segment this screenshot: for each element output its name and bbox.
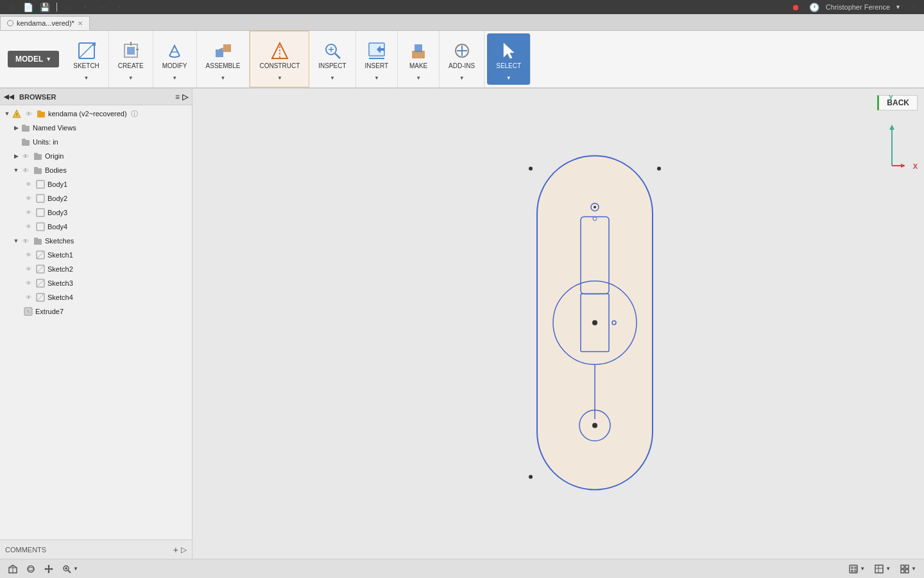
- tree-label-units: Units: in: [33, 138, 58, 146]
- browser-settings-icon[interactable]: ≡: [175, 92, 180, 101]
- tree-item-bodies[interactable]: ▼ 👁 Bodies: [0, 163, 192, 177]
- tree-item-sketch2[interactable]: 👁 Sketch2: [0, 262, 192, 276]
- tree-item-body1[interactable]: 👁 Body1: [0, 177, 192, 191]
- view-cube-btn[interactable]: [5, 563, 21, 575]
- zoom-dropdown[interactable]: ▼: [73, 566, 78, 572]
- comments-label: COMMENTS: [5, 546, 46, 554]
- make-button[interactable]: MAKE: [403, 38, 434, 73]
- tree-folder-root: [36, 109, 46, 119]
- make-section-label: ▼: [416, 75, 421, 81]
- tree-item-origin[interactable]: ▶ 👁 Origin: [0, 149, 192, 163]
- svg-rect-30: [37, 112, 45, 118]
- tree-item-root[interactable]: ▼ ! 👁 kendama (v2~recovered) ⓘ: [0, 107, 192, 121]
- tree-item-extrude7[interactable]: ▶ Extrude7: [0, 304, 192, 319]
- add-comment-btn[interactable]: +: [173, 545, 178, 555]
- tree-item-units[interactable]: ▶ Units: in: [0, 135, 192, 149]
- select-button[interactable]: SELECT: [492, 38, 525, 73]
- insert-label: INSERT: [365, 62, 389, 70]
- svg-rect-43: [37, 223, 44, 231]
- modify-dropdown-arrow: ▼: [172, 75, 177, 81]
- grid-icon: [874, 564, 884, 574]
- panel-toggle-btn[interactable]: ▷: [181, 545, 187, 554]
- browser-expand-icon[interactable]: ▷: [182, 92, 188, 101]
- svg-marker-72: [889, 125, 894, 130]
- svg-point-57: [529, 167, 533, 171]
- display-dropdown[interactable]: ▼: [860, 566, 865, 572]
- save-icon[interactable]: 💾: [38, 1, 51, 13]
- user-label[interactable]: Christopher Ference: [826, 3, 890, 11]
- tree-info-root[interactable]: ⓘ: [130, 109, 140, 119]
- undo-dropdown-icon[interactable]: ▼: [79, 1, 92, 13]
- main-content: ◀◀ BROWSER ≡ ▷ ▼ ! 👁 kendama (v2~recover…: [0, 89, 924, 559]
- tree-item-sketches[interactable]: ▼ 👁 Sketches: [0, 234, 192, 248]
- redo-dropdown-icon[interactable]: ▼: [112, 1, 125, 13]
- construct-button[interactable]: CONSTRUCT: [255, 38, 304, 73]
- user-dropdown-icon[interactable]: ▼: [895, 4, 901, 10]
- model-button[interactable]: MODEL ▼: [8, 51, 59, 67]
- select-section-label: ▼: [506, 75, 511, 81]
- display-mode-btn[interactable]: ▼: [846, 563, 868, 575]
- record-icon[interactable]: ⏺: [790, 1, 803, 13]
- create-label: CREATE: [118, 62, 144, 70]
- grid-btn[interactable]: ▼: [871, 563, 893, 575]
- browser-collapse-icon[interactable]: ◀◀: [4, 93, 14, 100]
- undo-icon[interactable]: ↩: [62, 1, 75, 13]
- sketch-label: SKETCH: [73, 62, 99, 70]
- history-icon[interactable]: 🕐: [808, 1, 821, 13]
- tree-item-sketch3[interactable]: 👁 Sketch3: [0, 276, 192, 290]
- sketch-section-label: ▼: [84, 75, 89, 81]
- tree-item-body4[interactable]: 👁 Body4: [0, 220, 192, 234]
- svg-rect-95: [901, 565, 904, 568]
- sketch-svg: [524, 143, 665, 503]
- tree-label-sketch4: Sketch4: [47, 293, 73, 301]
- help-icon[interactable]: ?: [906, 1, 919, 13]
- insert-button[interactable]: INSERT: [361, 38, 393, 73]
- redo-icon[interactable]: ↪: [96, 1, 108, 13]
- viewport[interactable]: BACK Y X: [193, 89, 924, 559]
- ribbon-select-section: SELECT ▼: [487, 33, 531, 85]
- zoom-btn[interactable]: ▼: [59, 563, 81, 575]
- tree-label-sketches: Sketches: [45, 237, 74, 245]
- make-dropdown-arrow: ▼: [416, 75, 421, 81]
- modify-button[interactable]: MODIFY: [158, 38, 191, 73]
- svg-rect-9: [223, 44, 231, 52]
- tab-close-icon[interactable]: ✕: [78, 20, 83, 27]
- viewport-dropdown[interactable]: ▼: [911, 566, 916, 572]
- orbit-btn[interactable]: [23, 563, 38, 575]
- tree-folder-named-views: [21, 123, 31, 133]
- tree-item-sketch1[interactable]: 👁 Sketch1: [0, 248, 192, 262]
- tree-item-named-views[interactable]: ▶ Named Views: [0, 121, 192, 135]
- viewport-mode-btn[interactable]: ▼: [897, 563, 919, 575]
- sketch-button[interactable]: SKETCH: [69, 38, 103, 73]
- ribbon: MODEL ▼ SKETCH ▼ CREATE ▼: [0, 31, 924, 89]
- tree-item-body2[interactable]: 👁 Body2: [0, 191, 192, 206]
- svg-rect-39: [34, 167, 38, 169]
- status-bar: ▼ ▼ ▼: [0, 559, 924, 578]
- svg-rect-45: [34, 238, 38, 240]
- svg-point-70: [592, 423, 597, 428]
- tree-label-body3: Body3: [47, 209, 67, 216]
- inspect-button[interactable]: INSPECT: [314, 38, 350, 73]
- tab-kendama[interactable]: kendama...vered)* ✕: [0, 16, 90, 30]
- file-icon[interactable]: 📄: [22, 1, 35, 13]
- back-button[interactable]: BACK: [877, 95, 918, 110]
- addins-button[interactable]: ADD-INS: [445, 38, 479, 73]
- tree-label-sketch3: Sketch3: [47, 279, 73, 287]
- tree-body4-icon: [35, 222, 46, 232]
- tree-item-sketch4[interactable]: 👁 Sketch4: [0, 290, 192, 304]
- tree-sketch3-icon: [35, 278, 46, 288]
- tree-eye-body1: 👁: [23, 179, 33, 189]
- app-grid-icon[interactable]: ⊞: [5, 1, 18, 13]
- svg-rect-8: [216, 49, 223, 57]
- grid-dropdown[interactable]: ▼: [886, 566, 891, 572]
- svg-rect-91: [854, 570, 857, 572]
- tree-label-extrude7: Extrude7: [35, 308, 64, 315]
- create-button[interactable]: CREATE: [114, 38, 148, 73]
- svg-rect-97: [901, 570, 904, 573]
- pan-btn[interactable]: [41, 563, 56, 575]
- svg-point-66: [592, 320, 597, 326]
- tree-label-named-views: Named Views: [33, 124, 76, 132]
- tree-item-body3[interactable]: 👁 Body3: [0, 206, 192, 220]
- assemble-button[interactable]: ASSEMBLE: [202, 38, 244, 73]
- make-icon: [408, 40, 429, 61]
